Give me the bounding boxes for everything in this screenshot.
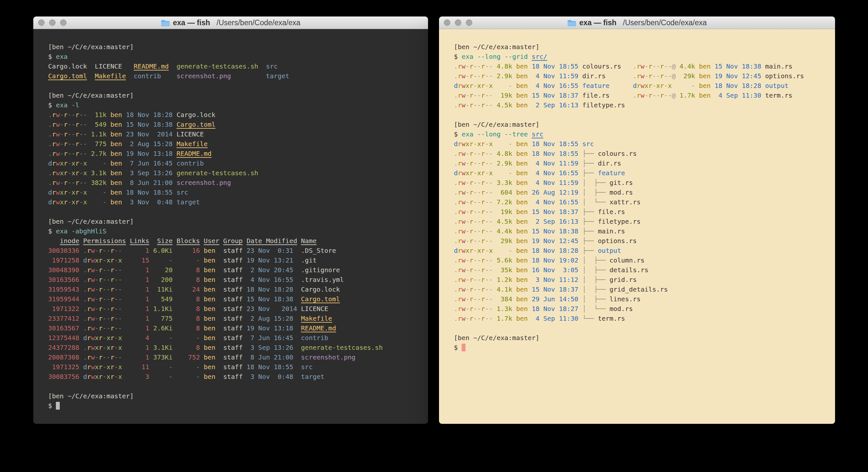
terminal-text-segment (122, 353, 130, 361)
minimize-button[interactable] (455, 20, 461, 26)
permission-char: r (469, 82, 473, 90)
permission-char: w (462, 237, 465, 245)
permission-char: - (106, 286, 111, 293)
permission-char: x (656, 82, 660, 90)
terminal-text-segment: ben (204, 256, 215, 264)
permission-char: x (489, 169, 493, 177)
terminal-text-segment: 8 (176, 305, 199, 313)
permission-char: r (458, 256, 462, 264)
terminal-text-segment: 3.1Ki (153, 344, 173, 351)
titlebar-right[interactable]: exa — fish /Users/ben/Code/exa/exa (439, 17, 835, 29)
terminal-text-segment: 4 Nov 11:59 (532, 159, 579, 167)
terminal-text-segment (512, 247, 516, 255)
terminal-text-segment (149, 324, 153, 332)
minimize-button[interactable] (49, 20, 56, 26)
close-button[interactable] (38, 20, 44, 26)
permission-char: r (111, 266, 114, 274)
terminal-text-segment: 1 (130, 276, 149, 284)
terminal-text-segment (200, 334, 204, 342)
terminal-text-segment: 4 Sep 11:30 (532, 315, 579, 322)
terminal-text-segment: ben (516, 286, 528, 293)
terminal-text-segment: 23 Nov 0:31 (246, 247, 293, 255)
terminal-line: .rw-r--r-- 1.2k ben 3 Nov 11:12 │ ├── gr… (454, 275, 835, 285)
permission-char: - (664, 82, 668, 90)
terminal-text-segment: 15 Nov 18:38 (126, 121, 173, 128)
permission-char: - (60, 130, 64, 138)
zoom-button[interactable] (60, 20, 66, 26)
terminal-text-segment (122, 373, 130, 381)
permission-char: r (660, 82, 664, 90)
terminal-text-segment (293, 353, 301, 361)
permission-char: - (465, 179, 469, 186)
permission-char: w (462, 227, 465, 235)
permission-char: r (469, 169, 473, 177)
terminal-text-segment (122, 334, 130, 342)
permission-char: r (469, 159, 473, 167)
permission-char: - (477, 256, 481, 264)
terminal-line: 31959544 .rw-r--r-- 1 549 8 ben staff 15… (48, 294, 428, 304)
terminal-text-segment: 19 Nov 12:45 (715, 72, 762, 80)
terminal-line: [ben ~/C/e/exa:master] (454, 42, 835, 52)
terminal-text-segment: ben (111, 188, 122, 196)
permission-char: - (473, 198, 477, 206)
terminal-text-segment: [ben ~/C/e/exa:master] (48, 217, 134, 225)
terminal-text-segment: - (497, 82, 512, 90)
terminal-text-segment: README.md (176, 150, 211, 157)
traffic-lights (38, 17, 66, 29)
titlebar-left[interactable]: exa — fish /Users/ben/Code/exa/exa (33, 17, 428, 29)
permission-char: - (114, 344, 118, 351)
terminal-text-segment (493, 140, 497, 148)
terminal-text-segment (512, 91, 516, 99)
permission-char: r (75, 130, 79, 138)
terminal-screen-left[interactable]: [ben ~/C/e/exa:master]$ exaCargo.lock LI… (33, 29, 428, 424)
permission-char: r (469, 217, 473, 225)
terminal-line: .rw-r--r-- 35k ben 16 Nov 3:05 │ ├── det… (454, 265, 835, 275)
terminal-text-segment: LICENCE (173, 130, 204, 138)
terminal-text-segment (493, 315, 497, 322)
permission-char: - (473, 140, 477, 148)
terminal-text-segment (512, 179, 516, 186)
permission-char: - (114, 276, 118, 284)
permission-char: - (95, 286, 99, 293)
terminal-text-segment: ben (516, 276, 528, 284)
permission-char: . (454, 256, 458, 264)
terminal-text-segment: 384 (497, 295, 512, 303)
permission-char: - (485, 91, 489, 99)
terminal-screen-right[interactable]: [ben ~/C/e/exa:master]$ exa --long --gri… (439, 29, 835, 424)
permission-char: w (56, 179, 60, 186)
terminal-text-segment (79, 286, 83, 293)
permission-char: r (469, 198, 473, 206)
close-button[interactable] (444, 20, 450, 26)
terminal-text-segment: 15 Nov 18:38 (715, 62, 762, 70)
permission-char: r (99, 373, 103, 381)
terminal-text-segment (122, 188, 126, 196)
terminal-text-segment: - (176, 363, 199, 371)
terminal-text-segment (578, 295, 582, 303)
terminal-line: .rw-r--r-- 775 ben 2 Aug 15:28 Makefile (48, 139, 428, 149)
permission-char: . (454, 276, 458, 284)
permission-char: r (469, 91, 473, 99)
terminal-text-segment: $ (48, 402, 56, 410)
terminal-text-segment: 4 Nov 16:55 (246, 276, 293, 284)
permission-char: - (477, 91, 481, 99)
permission-char: r (458, 237, 462, 245)
terminal-text-segment: 4 Nov 16:55 (532, 82, 579, 90)
terminal-text-segment (528, 101, 532, 109)
permission-char: - (67, 130, 71, 138)
permission-char: - (118, 266, 122, 274)
permission-char: - (118, 353, 122, 361)
permission-char: . (454, 315, 458, 322)
terminal-text-segment: 1.2k (497, 276, 512, 284)
permission-char: - (485, 62, 489, 70)
permission-char: r (469, 295, 473, 303)
window-title-app: exa — fish (173, 19, 210, 27)
terminal-text-segment (173, 344, 176, 351)
permission-char: - (103, 276, 106, 284)
permission-char: - (114, 295, 118, 303)
terminal-text-segment: ben (204, 295, 215, 303)
zoom-button[interactable] (466, 20, 472, 26)
permission-char: - (652, 82, 656, 90)
terminal-text-segment: 18 Nov 19:02 (532, 256, 579, 264)
terminal-line: .rw-r--r-- 29k ben 19 Nov 12:45 ├── opti… (454, 236, 835, 246)
terminal-text-segment (578, 208, 582, 216)
